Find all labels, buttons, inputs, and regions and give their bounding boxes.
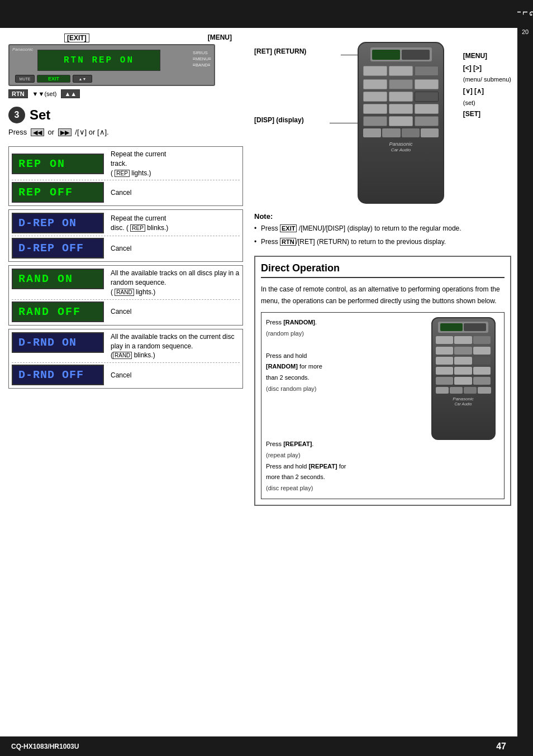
rep-on-row: REP ON Repeat the currenttrack.( REP lig… bbox=[12, 150, 240, 178]
up-down-label: [∨] [∧] bbox=[463, 85, 511, 98]
exit-btn-display: EXIT bbox=[37, 75, 70, 83]
rtn-key: RTN bbox=[8, 89, 28, 98]
remote-right-labels: [MENU] [<] [>] (menu/ submenu) [∨] [∧] (… bbox=[463, 50, 511, 121]
section-title: Set bbox=[30, 107, 50, 123]
rep-section: REP ON Repeat the currenttrack.( REP lig… bbox=[8, 146, 243, 206]
rand-section: RAND ON All the available tracks on all … bbox=[8, 265, 243, 325]
rand-on-display: RAND ON bbox=[12, 269, 104, 289]
d-rnd-off-desc: Cancel bbox=[111, 371, 131, 379]
remote-btn-row5 bbox=[359, 115, 443, 127]
car-audio-unit: Panasonic RTN REP ON SIRIUS ≡MENU≡ ≡BAND… bbox=[8, 44, 215, 86]
d-rnd-section: D-RND ON All the available tracks on the… bbox=[8, 329, 243, 389]
rep-off-desc: Cancel bbox=[111, 189, 131, 197]
remote-btn-row6 bbox=[359, 127, 443, 138]
car-display-screen: RTN REP ON bbox=[37, 50, 160, 71]
rtn-set-row: RTN ▼▼(set) ▲▲ bbox=[8, 89, 243, 98]
d-rnd-off-display: D-RND OFF bbox=[12, 365, 104, 385]
press-instruction: Press ◀◀ or ▶▶ /[∨] or [∧]. bbox=[8, 128, 243, 136]
press-hold-random: Press and hold[RANDOM] for morethan 2 se… bbox=[266, 351, 421, 384]
remote-diagram-area: [RET] (RETURN) [DISP] (display) bbox=[254, 34, 511, 207]
mute-btn: MUTE bbox=[15, 75, 35, 83]
bottom-bar: CQ-HX1083/HR1003U 47 bbox=[0, 736, 517, 756]
d-rep-on-row: D-REP ON Repeat the currentdisc. ( REP b… bbox=[12, 213, 240, 233]
d-rep-off-row: D-REP OFF Cancel bbox=[12, 238, 240, 259]
note-title: Note: bbox=[254, 212, 511, 221]
remote-btn-row3 bbox=[359, 90, 443, 103]
ret-return-label: [RET] (RETURN) bbox=[254, 47, 306, 55]
press-hold-repeat: Press and hold [REPEAT] formore than 2 s… bbox=[266, 461, 421, 484]
rand-off-row: RAND OFF Cancel bbox=[12, 302, 240, 322]
rep-off-display: REP OFF bbox=[12, 182, 104, 203]
rep-on-desc: Repeat the currenttrack.( REP lights.) bbox=[111, 150, 166, 178]
disp-label: [DISP] (display) bbox=[254, 116, 304, 124]
d-rep-divider bbox=[12, 236, 240, 236]
set-label-right: (set) bbox=[463, 98, 511, 109]
nav-keys-label: [<] [>] bbox=[463, 63, 511, 75]
remote-mini-col: PanasonicCar Audio bbox=[427, 317, 499, 494]
repeat-detail: (repeat play) bbox=[266, 450, 421, 461]
or-text: or bbox=[47, 128, 56, 136]
menu-right-label: [MENU] bbox=[463, 50, 511, 63]
press-text: Press bbox=[8, 128, 27, 136]
direct-operation-section: Direct Operation In the case of remote c… bbox=[254, 256, 511, 506]
model-number: CQ-HX1083/HR1003U bbox=[11, 743, 79, 750]
random-hold-detail: (disc random play) bbox=[266, 384, 421, 395]
direct-op-text: Press [RANDOM]. (random play) Press and … bbox=[266, 317, 421, 494]
repeat-hold-detail: (disc repeat play) bbox=[266, 483, 421, 494]
rep-on-display: REP ON bbox=[12, 154, 104, 174]
rand-on-desc: All the available tracks on all discs pl… bbox=[111, 269, 240, 296]
disp-line bbox=[330, 123, 360, 123]
bracket-text: /[∨] or [∧]. bbox=[75, 128, 108, 136]
d-rep-section: D-REP ON Repeat the currentdisc. ( REP b… bbox=[8, 209, 243, 262]
d-rnd-on-display: D-RND ON bbox=[12, 332, 104, 353]
remote-btn-row2 bbox=[359, 78, 443, 90]
press-random: Press [RANDOM]. bbox=[266, 317, 421, 328]
page-number: 47 bbox=[496, 741, 506, 752]
d-rep-off-desc: Cancel bbox=[111, 245, 131, 252]
rep-divider bbox=[12, 180, 240, 180]
d-rep-off-display: D-REP OFF bbox=[12, 238, 104, 259]
d-rnd-on-desc: All the available tracks on the current … bbox=[111, 332, 240, 360]
d-rep-on-display: D-REP ON bbox=[12, 213, 104, 233]
rand-off-display: RAND OFF bbox=[12, 302, 104, 322]
d-rnd-on-row: D-RND ON All the available tracks on the… bbox=[12, 332, 240, 360]
remote-mini: PanasonicCar Audio bbox=[431, 317, 496, 440]
remote-mini-brand: PanasonicCar Audio bbox=[432, 396, 494, 406]
left-top-section: [EXIT] [MENU] Panasonic RTN REP ON SIRIU… bbox=[8, 34, 243, 392]
section-number-circle: 3 bbox=[8, 107, 25, 123]
d-rnd-off-row: D-RND OFF Cancel bbox=[12, 365, 240, 385]
car-bottom-buttons: MUTE EXIT ▲▼ bbox=[15, 75, 92, 83]
rand-off-desc: Cancel bbox=[111, 308, 131, 315]
rand-divider bbox=[12, 299, 240, 300]
direct-op-description: In the case of remote control, as an alt… bbox=[261, 284, 505, 307]
exit-label: [EXIT] bbox=[64, 34, 89, 42]
rand-on-row: RAND ON All the available tracks on all … bbox=[12, 269, 240, 296]
remote-control: PanasonicCar Audio bbox=[358, 42, 444, 204]
direct-op-inner-box: Press [RANDOM]. (random play) Press and … bbox=[261, 312, 505, 499]
sidebar-tab: ENGLISH 20 bbox=[517, 0, 533, 756]
car-right-labels: SIRIUS ≡MENU≡ ≡BAND≡ bbox=[193, 50, 211, 69]
right-column: [RET] (RETURN) [DISP] (display) bbox=[254, 34, 511, 506]
remote-btn-row1 bbox=[359, 64, 443, 78]
remote-btn-row4 bbox=[359, 103, 443, 115]
nav-btn: ▲▼ bbox=[73, 75, 92, 83]
note-item-2: • Press RTN/[RET] (RETURN) to return to … bbox=[254, 237, 511, 247]
d-rep-on-desc: Repeat the currentdisc. ( REP blinks.) bbox=[111, 214, 168, 233]
seek-left-btn: ◀◀ bbox=[31, 128, 44, 136]
set-key-label: [SET] bbox=[463, 108, 511, 121]
note-section: Note: • Press EXIT /[MENU]/[DISP] (displ… bbox=[254, 212, 511, 247]
seek-right-btn: ▶▶ bbox=[58, 128, 72, 136]
top-header bbox=[0, 0, 517, 28]
section3-header: 3 Set bbox=[8, 107, 243, 123]
menu-label: [MENU] bbox=[208, 34, 232, 42]
exit-menu-label-row: [EXIT] [MENU] bbox=[8, 34, 243, 42]
direct-op-title: Direct Operation bbox=[261, 262, 505, 278]
brand-label: Panasonic bbox=[12, 47, 33, 52]
rep-off-row: REP OFF Cancel bbox=[12, 182, 240, 203]
d-rnd-divider bbox=[12, 362, 240, 363]
set-arrow1: ▼▼(set) bbox=[32, 90, 57, 97]
note-item-1: • Press EXIT /[MENU]/[DISP] (display) to… bbox=[254, 223, 511, 234]
remote-screen bbox=[370, 47, 432, 61]
random-detail: (random play) bbox=[266, 328, 421, 339]
sidebar-page-num: 20 bbox=[522, 28, 529, 35]
